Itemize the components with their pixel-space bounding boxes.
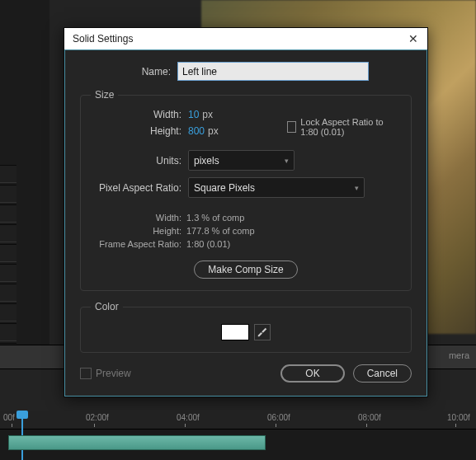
name-label: Name: [80, 66, 177, 77]
ruler-tick: 04:00f [177, 413, 200, 422]
timeline[interactable]: 00f 02:00f 04:00f 06:00f 08:00f 10:00f [0, 411, 476, 460]
dialog-titlebar[interactable]: Solid Settings ✕ [64, 28, 427, 49]
make-comp-size-button[interactable]: Make Comp Size [194, 261, 297, 279]
height-label: Height: [91, 125, 188, 137]
ruler-tick: 00f [3, 413, 15, 422]
units-label: Units: [91, 155, 188, 167]
playhead[interactable] [16, 411, 28, 419]
eyedropper-button[interactable] [254, 324, 271, 340]
close-button[interactable]: ✕ [404, 30, 422, 48]
time-ruler[interactable]: 00f 02:00f 04:00f 06:00f 08:00f 10:00f [0, 411, 476, 429]
lock-aspect-label: Lock Aspect Ratio to 1:80 (0.01) [300, 117, 401, 137]
height-value[interactable]: 800 [188, 125, 205, 137]
width-unit: px [202, 109, 213, 120]
height-unit: px [208, 125, 219, 137]
solid-settings-dialog: Solid Settings ✕ Name: Size Width: 10 px… [64, 27, 428, 397]
color-swatch[interactable] [221, 324, 249, 340]
units-select[interactable]: pixels ▾ [188, 150, 295, 171]
camera-label: mera [449, 350, 469, 360]
ruler-tick: 06:00f [267, 413, 290, 422]
cancel-button[interactable]: Cancel [353, 364, 412, 383]
par-select[interactable]: Square Pixels ▾ [188, 177, 365, 198]
info-far-label: Frame Aspect Ratio: [91, 237, 186, 251]
chevron-down-icon: ▾ [355, 184, 359, 192]
color-legend: Color [91, 301, 123, 312]
chevron-down-icon: ▾ [285, 157, 289, 165]
size-legend: Size [91, 89, 118, 101]
checkbox-icon [287, 121, 296, 133]
preview-label: Preview [96, 368, 131, 379]
ruler-tick: 08:00f [358, 413, 381, 422]
ruler-tick: 10:00f [447, 413, 470, 422]
ruler-tick: 02:00f [86, 413, 109, 422]
preview-checkbox[interactable]: Preview [80, 368, 131, 379]
info-height-label: Height: [91, 224, 186, 237]
color-group: Color [80, 301, 412, 353]
size-group: Size Width: 10 px Height: 800 px [80, 89, 412, 291]
info-height-value: 177.8 % of comp [186, 224, 255, 237]
width-value[interactable]: 10 [188, 109, 199, 120]
clip[interactable] [8, 435, 266, 450]
info-far-value: 1:80 (0.01) [186, 237, 230, 251]
info-width-label: Width: [91, 211, 186, 224]
par-label: Pixel Aspect Ratio: [91, 182, 188, 194]
close-icon: ✕ [408, 32, 418, 45]
name-input[interactable] [177, 62, 369, 81]
lock-aspect-checkbox[interactable]: Lock Aspect Ratio to 1:80 (0.01) [287, 117, 401, 137]
eyedropper-icon [257, 327, 267, 337]
ok-button[interactable]: OK [280, 364, 344, 383]
info-width-value: 1.3 % of comp [186, 211, 244, 224]
width-label: Width: [91, 109, 188, 120]
dialog-title: Solid Settings [73, 33, 404, 45]
checkbox-icon [80, 368, 92, 379]
